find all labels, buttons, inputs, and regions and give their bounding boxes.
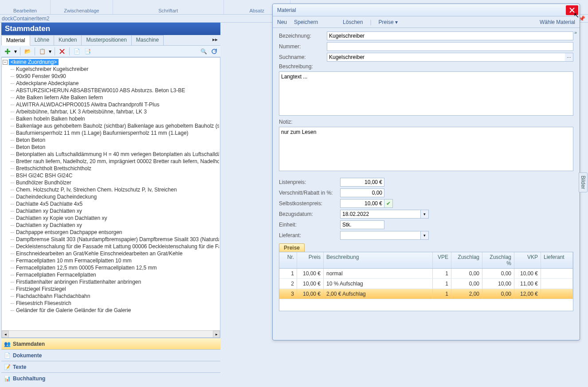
tree-item[interactable]: Firstlattenhalter anbringen Firstlattenh… xyxy=(3,278,219,285)
lieferant-field[interactable] xyxy=(340,231,421,240)
tree-item[interactable]: Baufurniersperrholz 11 mm (1.Lage) Baufu… xyxy=(3,129,219,137)
lieferant-dropdown-button[interactable]: ▾ xyxy=(421,231,429,240)
tree-item[interactable]: Deckleistenschalung für die Fassade mit … xyxy=(3,243,219,250)
bezeichnung-field[interactable] xyxy=(327,31,573,40)
h-scrollbar[interactable]: ◂ ▸ xyxy=(2,330,220,337)
doc2-icon[interactable]: 📑 xyxy=(83,47,92,56)
ribbon-group-clipboard[interactable]: Zwischenablage xyxy=(51,0,113,14)
choose-material-button[interactable]: Wähle Material xyxy=(540,19,575,25)
tree-scroll[interactable]: − <keine Zuordnung> Kugelschreiber Kugel… xyxy=(2,58,220,330)
tree-item[interactable]: Chem. Holzschutz P, Iv, Streichen Chem. … xyxy=(3,186,219,193)
add-dropdown[interactable]: ▾ xyxy=(14,47,17,56)
tree-item[interactable]: Bretter rauh liefern, Nadelholz, 20 mm, … xyxy=(3,158,219,165)
tree-item[interactable]: Bundhölzer Bundhölzer xyxy=(3,179,219,186)
ribbon-group-edit[interactable]: Bearbeiten xyxy=(0,0,51,14)
tree-item[interactable]: Dachlatte 4x5 Dachlatte 4x5 xyxy=(3,200,219,207)
grid-cell xyxy=(541,279,573,289)
tree-item[interactable]: Fermacellplatten Fermacellplatten xyxy=(3,271,219,278)
tree-item[interactable]: Fliesestrich Fliesestrich xyxy=(3,300,219,307)
suchname-browse-button[interactable]: ⋯ xyxy=(565,53,573,62)
tab-material[interactable]: Material xyxy=(1,35,30,46)
tab-more-button[interactable]: ▸▸ xyxy=(210,35,220,45)
tree-item[interactable]: Brettschichtholt Brettschichtholz xyxy=(3,165,219,172)
new-button[interactable]: Neu xyxy=(277,19,287,25)
doc1-icon[interactable]: 📄 xyxy=(72,47,81,56)
col-beschreibung[interactable]: Beschreibung xyxy=(324,252,433,268)
tree-item[interactable]: Dachpappe entsorgen Dachpappe entsorgen xyxy=(3,229,219,236)
selbstkosten-field[interactable] xyxy=(340,199,384,208)
beschreibung-field[interactable]: Langtext ... xyxy=(279,71,573,116)
copy-icon[interactable]: 📋 xyxy=(38,47,47,56)
tree-item[interactable]: Dachlatten xy Dachlatten xy xyxy=(3,222,219,229)
search-icon[interactable]: 🔍 xyxy=(199,47,208,56)
save-button[interactable]: Speichern xyxy=(294,19,318,25)
col-vpe[interactable]: VPE xyxy=(433,252,451,268)
tree-item[interactable]: Flachdachbahn Flachdachbahn xyxy=(3,293,219,300)
col-zuschlag[interactable]: Zuschlag xyxy=(451,252,482,268)
tree-item[interactable]: Arbeitsbühne, fahrbar, LK 3 Arbeitsbühne… xyxy=(3,108,219,115)
prices-dropdown[interactable]: Preise ▾ xyxy=(379,19,398,25)
tree-item[interactable]: Betonplatten als Luftschalldämmung H = 4… xyxy=(3,151,219,158)
tree-item[interactable]: Fermacellplatten 10 mm Fermacellplatten … xyxy=(3,257,219,264)
tree-item[interactable]: Dachlatten xy Kopie von Dachlatten xy xyxy=(3,215,219,222)
col-preis[interactable]: Preis xyxy=(297,252,324,268)
tree-item[interactable]: Dachlatten xy Dachlatten xy xyxy=(3,207,219,215)
nav-texte[interactable]: 📝 Texte xyxy=(1,361,220,372)
bilder-side-tab[interactable]: Bilder xyxy=(579,172,588,192)
tree-item[interactable]: Balken hobeln Balken hobeln xyxy=(3,115,219,122)
prices-tab[interactable]: Preise xyxy=(279,243,305,252)
bezugsdatum-field[interactable] xyxy=(340,210,421,219)
date-dropdown-button[interactable]: ▾ xyxy=(421,210,429,219)
tab-kunden[interactable]: Kunden xyxy=(54,35,82,45)
tab-maschine[interactable]: Maschine xyxy=(131,35,164,45)
tree-item[interactable]: Einschneidearbeiten an Grat/Kehle Einsch… xyxy=(3,250,219,257)
rabatt-field[interactable] xyxy=(340,188,384,197)
tree-item[interactable]: Alte Balken liefern Alte Balken liefern xyxy=(3,94,219,101)
tree-item[interactable]: Beton Beton xyxy=(3,137,219,144)
ribbon-group-font[interactable]: Schriftart xyxy=(113,0,224,14)
tree-item[interactable]: 90x90 Fenster 90x90 xyxy=(3,73,219,80)
nav-buchhaltung[interactable]: 📊 Buchhaltung xyxy=(1,372,220,384)
einheit-field[interactable] xyxy=(340,220,384,229)
col-nr[interactable]: Nr. xyxy=(279,252,297,268)
refresh-icon[interactable] xyxy=(210,47,219,56)
confirm-price-button[interactable]: ✔ xyxy=(384,199,393,208)
scroll-left-icon[interactable]: ◂ xyxy=(2,331,9,338)
col-zuschlag-pct[interactable]: Zuschlag % xyxy=(482,252,514,268)
tree-item[interactable]: Dacheindeckung Dacheindeckung xyxy=(3,193,219,200)
nav-dokumente[interactable]: 📄 Dokumente xyxy=(1,349,220,361)
tree-item[interactable]: Kugelschreiber Kugelschreiber xyxy=(3,66,219,73)
tree-item[interactable]: Balkenlage aus gehobeltem Bauholz (sicht… xyxy=(3,122,219,129)
grid-row[interactable]: 210,00 €10 % Aufschlag10,0010,0011,00 € xyxy=(279,279,573,289)
tree-group[interactable]: <keine Zuordnung> xyxy=(9,59,59,65)
nav-stammdaten[interactable]: 👥 Stammdaten xyxy=(1,338,220,349)
tree-item[interactable]: Firstziegel Firstziegel xyxy=(3,285,219,293)
col-lieferant[interactable]: Lieferant xyxy=(541,252,573,268)
add-button[interactable] xyxy=(3,47,12,56)
tree-item[interactable]: Beton Beton xyxy=(3,144,219,151)
tree-item[interactable]: Fermacellplatten 12,5 mm 00005 Fermacell… xyxy=(3,264,219,271)
close-button[interactable]: ↖ xyxy=(566,5,578,15)
tree-item[interactable]: ABSTURZSICHERUN ABSABSTBEW0010 ABS Abstu… xyxy=(3,87,219,94)
nummer-field[interactable] xyxy=(327,42,573,51)
scroll-right-icon[interactable]: ▸ xyxy=(213,331,220,338)
tree-item[interactable]: Geländer für die Galerie Geländer für di… xyxy=(3,307,219,314)
copy-dropdown[interactable]: ▾ xyxy=(48,47,52,56)
tree-item[interactable]: ALWITRA ALWDACHPRO0015 Alwitra Dachrandp… xyxy=(3,101,219,108)
grid-row[interactable]: 310,00 €2,00 € Aufschlag12,000,0012,00 € xyxy=(279,289,573,299)
expand-icon[interactable]: » xyxy=(574,30,577,35)
tab-loehne[interactable]: Löhne xyxy=(30,35,54,45)
grid-row[interactable]: 110,00 €normal10,000,0010,00 € xyxy=(279,269,573,279)
delete-button[interactable]: Löschen xyxy=(343,19,363,25)
tree-item[interactable]: Dampfbremse Sisalit 303 (Naturdampfbrems… xyxy=(3,236,219,243)
tab-musterpositionen[interactable]: Musterpositionen xyxy=(81,35,131,45)
tree-item[interactable]: Abdeckplane Abdeckplane xyxy=(3,80,219,87)
listenpreis-field[interactable] xyxy=(340,178,384,187)
notiz-field[interactable]: nur zum Lesen xyxy=(279,127,573,171)
suchname-field[interactable] xyxy=(327,53,565,62)
open-folder-icon[interactable]: 📂 xyxy=(23,47,32,56)
tree-item[interactable]: BSH Gl24C BSH Gl24C xyxy=(3,172,219,179)
col-vkp[interactable]: VKP xyxy=(514,252,541,268)
tree-collapse-icon[interactable]: − xyxy=(3,60,8,65)
delete-button[interactable] xyxy=(58,47,67,56)
